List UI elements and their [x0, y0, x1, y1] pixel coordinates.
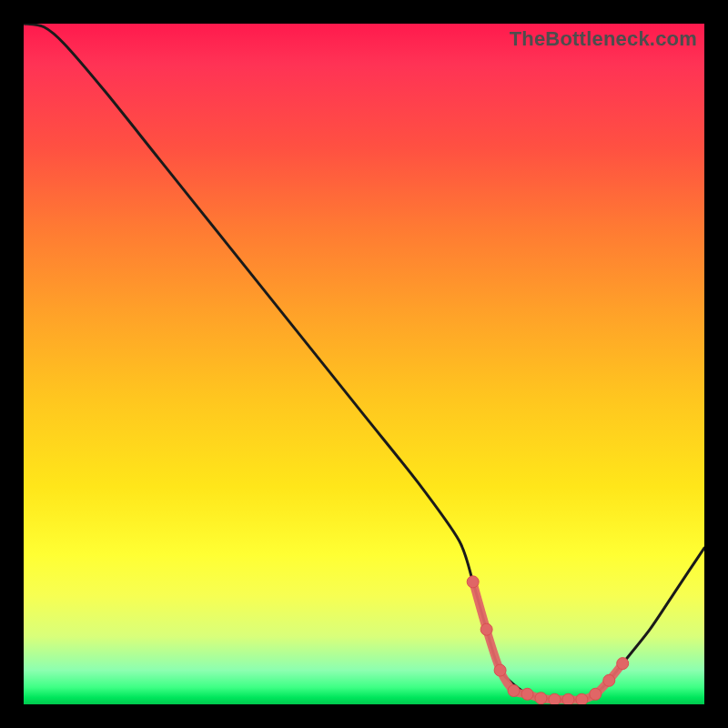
valley-highlight: [473, 581, 623, 700]
chart-frame: TheBottleneck.com: [0, 0, 728, 728]
marker-dot: [508, 685, 520, 697]
curve-line: [24, 24, 704, 700]
marker-dot: [535, 693, 547, 704]
marker-dot: [480, 623, 492, 635]
marker-dot: [494, 664, 506, 676]
marker-dot: [549, 693, 561, 704]
marker-dot: [590, 688, 602, 700]
plot-area: TheBottleneck.com: [24, 24, 704, 704]
marker-dot: [603, 674, 615, 686]
marker-dot: [521, 688, 533, 700]
bottleneck-chart: [24, 24, 704, 704]
marker-dot: [617, 658, 629, 670]
marker-dot: [576, 693, 588, 704]
marker-dot: [467, 576, 479, 588]
marker-dot: [562, 693, 574, 704]
